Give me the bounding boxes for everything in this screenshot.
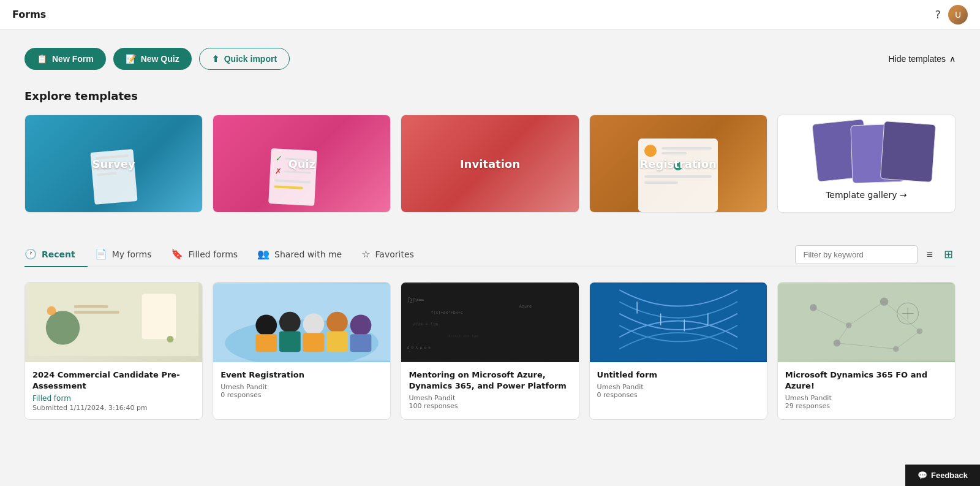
svg-rect-2 (74, 305, 108, 308)
view-list-button[interactable]: ≡ (924, 246, 935, 264)
form-author-untitled: Umesh Pandit (597, 383, 760, 391)
svg-text:Δ θ λ μ σ π: Δ θ λ μ σ π (407, 346, 431, 350)
recent-icon: 🕐 (24, 248, 37, 260)
my-forms-icon: 📄 (95, 248, 107, 260)
svg-rect-18 (350, 334, 372, 352)
svg-rect-10 (256, 334, 277, 352)
tab-shared-with-me[interactable]: 👥 Shared with me (257, 242, 354, 267)
tabs-bar: 🕐 Recent 📄 My forms 🔖 Filled forms 👥 Sha… (24, 242, 956, 267)
svg-point-9 (256, 314, 277, 336)
form-title-assessment: 2024 Commercial Candidate Pre-Assessment (32, 370, 195, 392)
tab-recent[interactable]: 🕐 Recent (24, 242, 88, 267)
tab-favorites[interactable]: ☆ Favorites (361, 242, 426, 267)
help-icon[interactable]: ? (935, 8, 941, 21)
svg-point-15 (326, 312, 348, 333)
svg-point-5 (47, 306, 56, 316)
form-title-untitled: Untitled form (597, 370, 760, 381)
svg-rect-16 (326, 331, 348, 352)
hide-templates-label: Hide templates (889, 54, 946, 64)
svg-rect-4 (142, 294, 176, 339)
svg-rect-26 (590, 284, 767, 360)
svg-rect-3 (74, 311, 119, 314)
template-card-survey[interactable]: Survey (24, 115, 203, 213)
form-card-dynamics[interactable]: Microsoft Dynamics 365 FO and Azure! Ume… (777, 282, 956, 420)
new-quiz-icon: 📝 (126, 54, 136, 64)
new-form-icon: 📋 (37, 54, 47, 64)
main-content: 📋 New Form 📝 New Quiz ⬆ Quick import Hid… (0, 29, 980, 438)
survey-label: Survey (92, 158, 135, 170)
svg-text:∂/∂x = lim: ∂/∂x = lim (413, 322, 439, 327)
svg-text:f(x)=ax²+bx+c: f(x)=ax²+bx+c (431, 310, 464, 315)
quick-import-button[interactable]: ⬆ Quick import (199, 48, 290, 70)
form-card-event[interactable]: Event Registration Umesh Pandit 0 respon… (213, 282, 391, 420)
form-card-assessment[interactable]: 2024 Commercial Candidate Pre-Assessment… (24, 282, 203, 420)
gallery-preview-3 (880, 121, 936, 183)
tab-filled-forms-label: Filled forms (188, 249, 238, 259)
feedback-icon: 💬 (918, 471, 927, 480)
svg-point-32 (810, 304, 817, 311)
template-card-registration[interactable]: Registration (589, 115, 767, 213)
view-grid-button[interactable]: ⊞ (941, 245, 956, 264)
form-responses-mentoring: 100 responses (409, 402, 571, 410)
quiz-background: ✓ ✗ Quiz (213, 115, 390, 212)
thumb-assessment (25, 283, 202, 362)
form-author-event: Umesh Pandit (221, 383, 383, 391)
registration-label: Registration (639, 158, 716, 170)
forms-grid: 2024 Commercial Candidate Pre-Assessment… (24, 282, 956, 420)
shared-icon: 👥 (257, 248, 270, 260)
invitation-background: Invitation (401, 115, 578, 212)
filled-forms-icon: 🔖 (171, 248, 183, 260)
svg-rect-12 (279, 331, 301, 352)
template-card-invitation[interactable]: Invitation (401, 115, 579, 213)
tab-favorites-label: Favorites (375, 249, 414, 259)
tab-filled-forms[interactable]: 🔖 Filled forms (171, 242, 250, 267)
tab-recent-label: Recent (42, 249, 75, 259)
quick-import-label: Quick import (224, 54, 277, 64)
thumb-mentoring: ∫∑∏√∞≈ f(x)=ax²+bx+c ∂/∂x = lim Arcsin c… (401, 283, 578, 362)
form-title-dynamics: Microsoft Dynamics 365 FO and Azure! (785, 370, 948, 392)
favorites-icon: ☆ (361, 248, 370, 260)
form-title-event: Event Registration (221, 370, 383, 381)
thumb-dynamics (778, 283, 955, 362)
thumb-untitled (590, 283, 767, 362)
svg-point-11 (279, 312, 301, 333)
template-gallery-card[interactable]: Template gallery → (777, 115, 956, 213)
new-form-button[interactable]: 📋 New Form (24, 48, 106, 70)
form-author-dynamics: Umesh Pandit (785, 394, 948, 402)
form-meta-assessment: Submitted 1/11/2024, 3:16:40 pm (32, 404, 195, 412)
svg-rect-31 (778, 284, 955, 360)
form-card-untitled[interactable]: Untitled form Umesh Pandit 0 responses (589, 282, 767, 420)
hide-templates-button[interactable]: Hide templates ∧ (889, 54, 956, 64)
tab-my-forms-label: My forms (112, 249, 152, 259)
action-bar: 📋 New Form 📝 New Quiz ⬆ Quick import Hid… (24, 48, 956, 70)
app-header: Forms ? U (0, 0, 980, 29)
filter-input[interactable] (795, 245, 918, 264)
templates-section: Explore templates Survey (24, 89, 956, 213)
header-actions: ? U (935, 5, 968, 25)
avatar[interactable]: U (948, 5, 968, 25)
new-form-label: New Form (52, 54, 94, 64)
chevron-up-icon: ∧ (949, 54, 956, 64)
registration-decoration (638, 139, 718, 212)
new-quiz-label: New Quiz (141, 54, 179, 64)
thumb-event (213, 283, 390, 362)
tab-shared-label: Shared with me (274, 249, 342, 259)
form-card-body-mentoring: Mentoring on Microsoft Azure, Dynamics 3… (401, 362, 578, 417)
invitation-label: Invitation (460, 158, 520, 170)
svg-point-17 (350, 314, 372, 336)
template-gallery-link[interactable]: Template gallery → (826, 190, 907, 200)
new-quiz-button[interactable]: 📝 New Quiz (113, 48, 192, 70)
svg-text:Azure: Azure (519, 304, 532, 309)
upload-icon: ⬆ (212, 54, 219, 64)
feedback-button[interactable]: 💬 Feedback (905, 465, 980, 486)
tab-my-forms[interactable]: 📄 My forms (95, 242, 164, 267)
template-card-quiz[interactable]: ✓ ✗ Quiz (213, 115, 391, 213)
templates-grid: Survey ✓ ✗ (24, 115, 956, 213)
feedback-label: Feedback (931, 471, 968, 480)
form-card-body-untitled: Untitled form Umesh Pandit 0 responses (590, 362, 767, 406)
gallery-label: Template gallery → (826, 190, 907, 200)
form-author-mentoring: Umesh Pandit (409, 394, 571, 402)
svg-point-6 (167, 336, 173, 343)
svg-rect-14 (303, 333, 325, 352)
form-card-mentoring[interactable]: ∫∑∏√∞≈ f(x)=ax²+bx+c ∂/∂x = lim Arcsin c… (401, 282, 579, 420)
